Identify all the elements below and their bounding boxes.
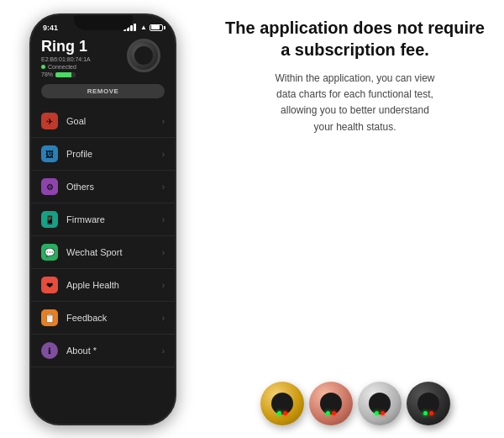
ring-image [127, 39, 165, 77]
status-time: 9:41 [43, 24, 58, 32]
menu-list: ✈ Goal › 🖼 Profile › ⚙ Others › 📱 Firmwa… [31, 105, 175, 367]
wifi-icon: ▲ [140, 24, 147, 31]
ring-variant-dark [407, 382, 450, 425]
chevron-icon: › [162, 150, 165, 159]
led-green [375, 411, 379, 415]
firmware-icon: 📱 [41, 211, 58, 228]
wechat-icon: 💬 [41, 244, 58, 261]
batt-fill [55, 72, 71, 77]
phone-mockup: 9:41 ▲ Ring 1 [0, 0, 206, 438]
sub-description: Within the application, you can view dat… [223, 71, 487, 135]
ring-dark-outer [407, 382, 450, 425]
menu-item-others[interactable]: ⚙ Others › [31, 171, 175, 203]
ring-rose-led [326, 411, 336, 415]
ring-rose-outer [309, 382, 353, 425]
chevron-icon: › [162, 182, 165, 192]
menu-item-about[interactable]: ℹ About * › [31, 335, 175, 367]
led-red [429, 411, 433, 415]
ring-title: Ring 1 [41, 39, 91, 55]
profile-icon: 🖼 [41, 145, 58, 162]
connected-dot [41, 65, 45, 69]
connected-label: Connected [48, 64, 76, 70]
headline-text: The application does not requirea subscr… [225, 18, 485, 59]
menu-item-profile[interactable]: 🖼 Profile › [31, 138, 175, 171]
ring-dark-image [407, 382, 450, 425]
chevron-icon: › [162, 117, 165, 126]
ring-variants-row [223, 382, 487, 425]
menu-item-firmware[interactable]: 📱 Firmware › [31, 203, 175, 236]
menu-label-apple-health: Apple Health [66, 280, 162, 290]
ring-dark-led [423, 411, 433, 415]
led-green [423, 411, 428, 415]
about-icon: ℹ [41, 342, 58, 359]
ring-variant-rose [309, 382, 353, 425]
battery-percent: 78% [41, 71, 91, 77]
remove-button[interactable]: REMOVE [41, 84, 165, 98]
goal-icon: ✈ [41, 113, 58, 129]
menu-label-others: Others [66, 182, 162, 192]
ring-info: Ring 1 E2:B6:01:80:74:1A Connected 78% [41, 39, 91, 78]
chevron-icon: › [162, 248, 165, 257]
feedback-icon: 📋 [41, 309, 58, 326]
ring-silver-led [375, 411, 385, 415]
ring-variant-silver [358, 382, 402, 425]
led-green [326, 411, 330, 415]
ring-silver-outer [358, 382, 402, 425]
ring-inner-hole [134, 46, 153, 65]
ring-status: Connected [41, 64, 91, 70]
menu-label-feedback: Feedback [66, 313, 162, 323]
led-red [381, 411, 385, 415]
chevron-icon: › [162, 281, 165, 290]
ring-gold-led [277, 411, 287, 415]
chevron-icon: › [162, 314, 165, 323]
apple-health-icon: ❤ [41, 277, 58, 293]
menu-item-apple-health[interactable]: ❤ Apple Health › [31, 269, 175, 302]
ring-variant-gold [260, 382, 304, 425]
menu-label-goal: Goal [66, 116, 162, 126]
ring-address: E2:B6:01:80:74:1A [41, 56, 91, 62]
device-header: Ring 1 E2:B6:01:80:74:1A Connected 78% [31, 35, 175, 85]
chevron-icon: › [162, 346, 165, 356]
ring-gold-outer [260, 382, 304, 425]
menu-label-profile: Profile [66, 149, 162, 159]
led-green [277, 411, 281, 415]
battery-indicator [150, 24, 163, 31]
led-red [283, 411, 287, 415]
menu-label-about: About * [66, 346, 162, 356]
phone-screen: 9:41 ▲ Ring 1 [31, 15, 175, 424]
batt-pct-text: 78% [41, 71, 53, 77]
chevron-icon: › [162, 215, 165, 224]
others-icon: ⚙ [41, 178, 58, 195]
batt-bar [55, 72, 76, 77]
menu-item-feedback[interactable]: 📋 Feedback › [31, 302, 175, 335]
ring-silver-image [358, 382, 402, 425]
menu-label-wechat: Wechat Sport [66, 247, 162, 257]
menu-item-goal[interactable]: ✈ Goal › [31, 105, 175, 138]
main-headline: The application does not requirea subscr… [223, 17, 487, 61]
ring-gold-image [260, 382, 304, 425]
ring-rose-image [309, 382, 353, 425]
phone-frame: 9:41 ▲ Ring 1 [29, 13, 176, 425]
menu-item-wechat[interactable]: 💬 Wechat Sport › [31, 236, 175, 269]
led-red [332, 411, 336, 415]
phone-notch [74, 15, 133, 30]
headline-area: The application does not requirea subscr… [223, 17, 487, 152]
menu-label-firmware: Firmware [66, 214, 162, 224]
right-panel: The application does not requirea subscr… [206, 0, 504, 438]
ring-thumbnail [127, 39, 160, 72]
